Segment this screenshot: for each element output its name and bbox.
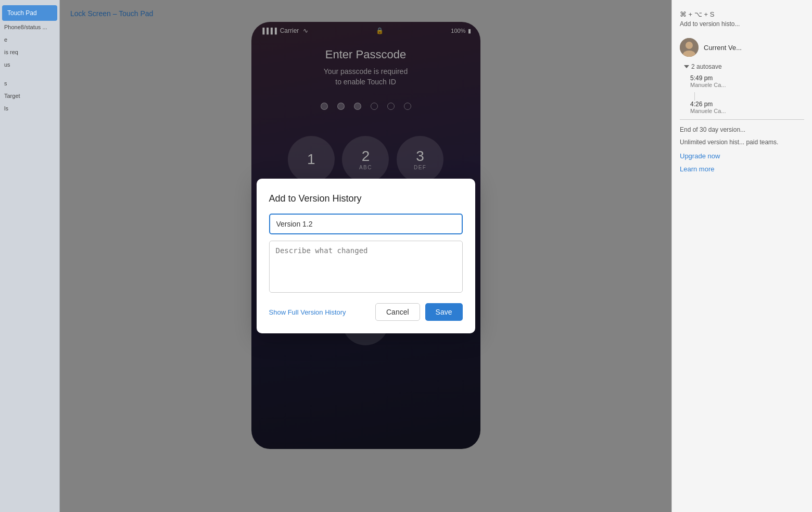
sidebar-item-phone8[interactable]: Phone8/status ... — [0, 21, 59, 33]
show-history-link[interactable]: Show Full Version History — [269, 308, 346, 316]
unlimited-text: Unlimited version hist... paid teams. — [680, 139, 804, 146]
autosave-section: 2 autosave 5:49 pm Manuele Ca... 4:26 pm… — [684, 63, 804, 114]
autosave-author-2: Manuele Ca... — [690, 108, 804, 114]
sidebar-item-isreq[interactable]: is req — [0, 46, 59, 58]
modal-actions: Cancel Save — [375, 303, 463, 321]
svg-point-1 — [686, 42, 693, 49]
description-label: Add to version histo... — [680, 20, 804, 28]
sidebar-item-target[interactable]: Target — [0, 90, 59, 102]
end-version-text: End of 30 day version... — [680, 126, 804, 133]
sidebar-item-e[interactable]: e — [0, 33, 59, 46]
modal-footer: Show Full Version History Cancel Save — [269, 303, 463, 321]
sidebar: Touch Pad Phone8/status ... e is req us … — [0, 0, 60, 512]
connector-line — [694, 92, 695, 101]
modal-title: Add to Version History — [269, 193, 463, 204]
modal-box: Add to Version History Show Full Version… — [257, 179, 475, 333]
autosave-header: 2 autosave — [684, 63, 804, 70]
sidebar-item-ls[interactable]: ls — [0, 102, 59, 115]
right-panel: ⌘ + ⌥ + S Add to version histo... Curren… — [671, 0, 812, 512]
modal-overlay: Add to Version History Show Full Version… — [60, 0, 671, 512]
autosave-author-1: Manuele Ca... — [690, 82, 804, 88]
current-version-label: Current Ve... — [704, 44, 742, 52]
save-button[interactable]: Save — [425, 303, 463, 321]
sidebar-item-touchpad[interactable]: Touch Pad — [2, 5, 57, 21]
avatar — [680, 38, 699, 57]
upgrade-now-link[interactable]: Upgrade now — [680, 152, 804, 160]
expand-icon — [684, 65, 689, 68]
description-textarea[interactable] — [269, 241, 463, 293]
autosave-time-2: 4:26 pm — [690, 101, 804, 108]
autosave-item-1[interactable]: 5:49 pm Manuele Ca... — [690, 74, 804, 88]
divider — [680, 119, 804, 120]
main-area: Lock Screen – Touch Pad ▐▐▐▐ Carrier ∿ 🔒… — [60, 0, 671, 512]
autosave-count: 2 autosave — [691, 63, 722, 70]
sidebar-item-us[interactable]: us — [0, 58, 59, 71]
learn-more-link[interactable]: Learn more — [680, 165, 714, 173]
shortcut-label: ⌘ + ⌥ + S — [680, 10, 804, 18]
sidebar-item-blank1 — [0, 71, 59, 77]
user-row: Current Ve... — [680, 38, 804, 57]
cancel-button[interactable]: Cancel — [375, 303, 420, 321]
autosave-item-2[interactable]: 4:26 pm Manuele Ca... — [690, 101, 804, 114]
sidebar-item-s[interactable]: s — [0, 77, 59, 90]
version-name-input[interactable] — [269, 214, 463, 234]
autosave-time-1: 5:49 pm — [690, 74, 804, 82]
